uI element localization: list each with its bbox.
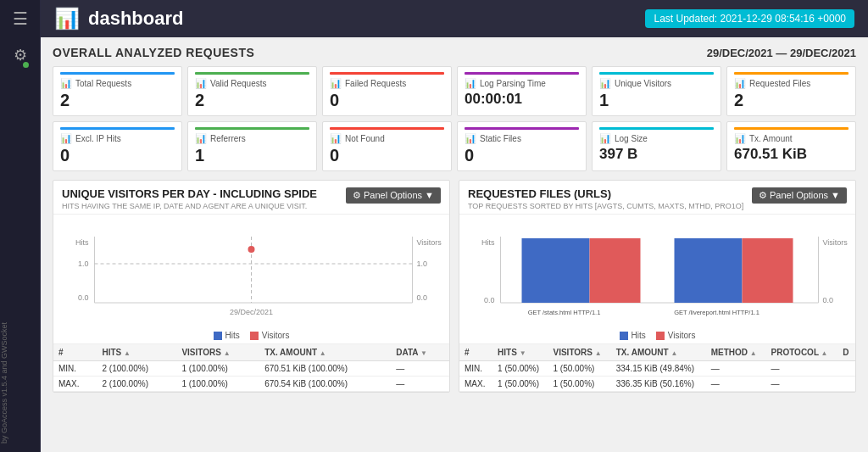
main-content: 📊 dashboard Last Updated: 2021-12-29 08:… xyxy=(41,0,868,452)
svg-text:0.0: 0.0 xyxy=(823,296,834,304)
stat-label: Failed Requests xyxy=(345,79,406,88)
bar-icon: 📊 xyxy=(60,78,72,89)
col-d: D xyxy=(837,344,855,361)
svg-text:GET /livereport.html HTTP/1.1: GET /livereport.html HTTP/1.1 xyxy=(674,309,760,316)
stat-label: Not Found xyxy=(345,134,385,143)
panel-table-right: # HITS ▼ VISITORS ▲ TX. AMOUNT ▲ METHOD … xyxy=(459,343,855,392)
chart-legend-left: Hits Visitors xyxy=(53,329,449,343)
col-method[interactable]: METHOD ▲ xyxy=(706,344,766,361)
sidebar: ☰ ⚙ by GoAccess v1.5.4 and GWSocket xyxy=(0,0,41,452)
stat-value: 00:00:01 xyxy=(465,91,579,108)
col-visitors[interactable]: VISITORS ▲ xyxy=(548,344,610,361)
stats-row-1: 📊Total Requests 2 📊Valid Requests 2 📊Fai… xyxy=(53,66,856,116)
stat-value: 1 xyxy=(599,91,714,110)
bar-icon: 📊 xyxy=(465,78,476,89)
stat-value: 2 xyxy=(734,91,849,110)
stat-value: 0 xyxy=(465,146,579,165)
stats-row-2: 📊Excl. IP Hits 0 📊Referrers 1 📊Not Found… xyxy=(53,121,856,171)
header: 📊 dashboard Last Updated: 2021-12-29 08:… xyxy=(41,0,868,37)
panel-options-button-right[interactable]: ⚙ Panel Options ▼ xyxy=(752,187,847,204)
cell-num: MAX. xyxy=(459,377,492,392)
menu-icon[interactable]: ☰ xyxy=(13,8,28,29)
stat-label: Log Parsing Time xyxy=(480,79,546,88)
table-row: MIN. 2 (100.00%) 1 (100.00%) 670.51 KiB … xyxy=(53,361,449,377)
col-data[interactable]: DATA ▼ xyxy=(391,344,449,361)
stat-value: 0 xyxy=(60,146,175,165)
cell-d xyxy=(837,377,855,392)
cell-tx: 336.35 KiB (50.16%) xyxy=(611,377,706,392)
date-range: 29/DEC/2021 — 29/DEC/2021 xyxy=(707,47,856,59)
app-title: dashboard xyxy=(88,8,183,30)
stat-label: Total Requests xyxy=(75,79,131,88)
legend-hits-r: Hits xyxy=(620,331,646,340)
gear-icon[interactable]: ⚙ xyxy=(14,46,27,64)
col-protocol[interactable]: PROTOCOL ▲ xyxy=(766,344,838,361)
panel-subtitle-left: HITS HAVING THE SAME IP, DATE AND AGENT … xyxy=(62,202,317,210)
svg-text:Visitors: Visitors xyxy=(823,238,849,247)
col-hits[interactable]: HITS ▲ xyxy=(97,344,176,361)
logo-icon: 📊 xyxy=(54,7,80,31)
bar-icon: 📊 xyxy=(195,133,207,144)
stat-unique-visitors: 📊Unique Visitors 1 xyxy=(592,66,721,116)
cell-protocol: — xyxy=(766,361,838,377)
bar-icon: 📊 xyxy=(330,78,342,89)
panel-table-left: # HITS ▲ VISITORS ▲ TX. AMOUNT ▲ DATA ▼ … xyxy=(53,343,449,392)
svg-rect-21 xyxy=(590,238,641,303)
col-num: # xyxy=(53,344,97,361)
cell-data: — xyxy=(391,361,449,377)
col-hits[interactable]: HITS ▼ xyxy=(492,344,548,361)
chart-area-left: Hits Visitors 1.0 0.0 1.0 0.0 xyxy=(53,215,449,329)
last-updated-badge: Last Updated: 2021-12-29 08:54:16 +0000 xyxy=(645,9,854,28)
panel-options-button-left[interactable]: ⚙ Panel Options ▼ xyxy=(346,187,441,204)
svg-text:29/Dec/2021: 29/Dec/2021 xyxy=(230,308,273,316)
cell-num: MIN. xyxy=(53,361,97,377)
col-tx[interactable]: TX. AMOUNT ▲ xyxy=(259,344,391,361)
svg-text:1.0: 1.0 xyxy=(78,259,89,268)
stat-label: Tx. Amount xyxy=(749,134,793,143)
legend-visitors-dot-r xyxy=(656,332,665,340)
cell-tx: 670.51 KiB (100.00%) xyxy=(259,361,391,377)
overview-title: OVERALL ANALYZED REQUESTS xyxy=(53,46,254,59)
table-row: MIN. 1 (50.00%) 1 (50.00%) 334.15 KiB (4… xyxy=(459,361,855,377)
table-row: MAX. 2 (100.00%) 1 (100.00%) 670.54 KiB … xyxy=(53,377,449,392)
svg-text:Visitors: Visitors xyxy=(417,238,442,247)
cell-tx: 670.54 KiB (100.00%) xyxy=(259,377,391,392)
col-visitors[interactable]: VISITORS ▲ xyxy=(176,344,259,361)
status-dot xyxy=(23,62,29,68)
panels-row: UNIQUE VISITORS PER DAY - INCLUDING SPID… xyxy=(53,180,856,393)
content-area: OVERALL ANALYZED REQUESTS 29/DEC/2021 — … xyxy=(41,37,868,452)
stat-value: 2 xyxy=(60,91,175,110)
svg-text:GET /stats.html HTTP/1.1: GET /stats.html HTTP/1.1 xyxy=(528,309,601,316)
panel-title-left: UNIQUE VISITORS PER DAY - INCLUDING SPID… xyxy=(62,187,317,200)
bar-icon: 📊 xyxy=(465,133,476,144)
cell-visitors: 1 (50.00%) xyxy=(548,361,610,377)
table-row: MAX. 1 (50.00%) 1 (50.00%) 336.35 KiB (5… xyxy=(459,377,855,392)
stat-log-parsing: 📊Log Parsing Time 00:00:01 xyxy=(457,66,587,116)
cell-visitors: 1 (100.00%) xyxy=(176,361,259,377)
col-tx[interactable]: TX. AMOUNT ▲ xyxy=(611,344,706,361)
stat-label: Requested Files xyxy=(749,79,810,88)
svg-text:0.0: 0.0 xyxy=(417,293,428,302)
panel-title-right: REQUESTED FILES (URLS) xyxy=(468,187,743,200)
stat-referrers: 📊Referrers 1 xyxy=(187,121,317,171)
files-chart: Hits Visitors 0.0 0.0 xyxy=(466,220,849,321)
stat-label: Excl. IP Hits xyxy=(75,134,121,143)
svg-text:Hits: Hits xyxy=(481,238,495,247)
panel-subtitle-right: TOP REQUESTS SORTED BY HITS [AVGTS, CUMT… xyxy=(468,202,743,210)
stat-value: 2 xyxy=(195,91,309,110)
cell-num: MIN. xyxy=(459,361,492,377)
legend-hits-label-r: Hits xyxy=(632,331,646,340)
stat-label: Referrers xyxy=(210,134,246,143)
stat-label: Log Size xyxy=(615,134,648,143)
legend-hits-dot xyxy=(214,332,222,340)
sidebar-bottom-text: by GoAccess v1.5.4 and GWSocket xyxy=(0,322,41,444)
legend-hits: Hits xyxy=(214,331,240,340)
stat-label: Static Files xyxy=(480,134,521,143)
overview-header: OVERALL ANALYZED REQUESTS 29/DEC/2021 — … xyxy=(53,46,856,59)
legend-visitors: Visitors xyxy=(250,331,290,340)
legend-visitors-dot xyxy=(250,332,259,340)
cell-hits: 2 (100.00%) xyxy=(97,361,176,377)
cell-hits: 2 (100.00%) xyxy=(97,377,176,392)
stat-valid-requests: 📊Valid Requests 2 xyxy=(187,66,317,116)
stat-not-found: 📊Not Found 0 xyxy=(322,121,452,171)
